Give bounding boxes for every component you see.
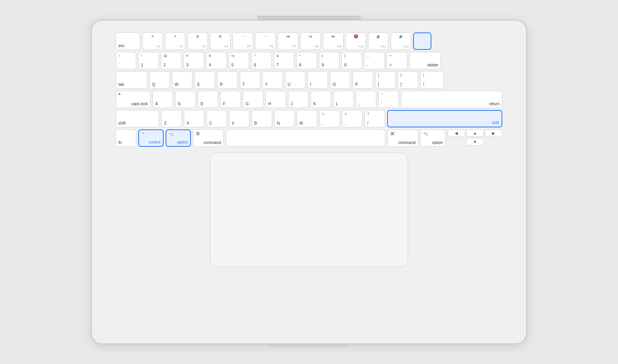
- p-key[interactable]: P: [353, 71, 373, 89]
- r-key[interactable]: R: [217, 71, 238, 89]
- l-key[interactable]: L: [333, 91, 354, 108]
- f8-key[interactable]: ⏯ F8: [300, 32, 321, 50]
- command-right-symbol-icon: ⌘: [390, 131, 395, 136]
- f10-key[interactable]: 🔇 F10: [345, 32, 366, 50]
- laptop-body: esc ☀ F1 ☀ F2 ⊞ F3 ⊞ F4 ⋯ F5: [91, 20, 527, 344]
- f11-key[interactable]: 🔉 F11: [368, 32, 389, 50]
- minus-key[interactable]: _ -: [364, 52, 385, 69]
- launchpad-icon: ⊞: [219, 34, 222, 38]
- x-key[interactable]: X: [184, 110, 204, 127]
- 1-key[interactable]: ! 1: [138, 52, 159, 69]
- laptop-hinge: [258, 16, 360, 20]
- 8-key[interactable]: * 8: [296, 52, 317, 69]
- backslash-key[interactable]: | \: [420, 71, 444, 89]
- period-key[interactable]: > .: [342, 110, 362, 127]
- option-right-key[interactable]: ⌥ option: [420, 129, 446, 147]
- 0-key[interactable]: ) 0: [341, 52, 362, 69]
- shift-right-key[interactable]: shift: [387, 110, 502, 127]
- comma-key[interactable]: < ,: [319, 110, 340, 127]
- n-key[interactable]: N: [274, 110, 295, 127]
- arrow-lr-row: ◀ ▲ ▼ ▶: [448, 129, 502, 146]
- option-symbol-icon: ⌥: [169, 132, 174, 137]
- f12-key[interactable]: 🔊 F12: [391, 32, 411, 50]
- command-left-key[interactable]: ⌘ command: [193, 129, 224, 147]
- keyboard-backlight-up-icon: ⋯: [264, 34, 267, 38]
- z-key[interactable]: Z: [161, 110, 182, 127]
- 2-key[interactable]: @ 2: [161, 52, 181, 69]
- j-key[interactable]: J: [288, 91, 309, 108]
- fn-key-row: esc ☀ F1 ☀ F2 ⊞ F3 ⊞ F4 ⋯ F5: [116, 32, 502, 50]
- 3-key[interactable]: # 3: [183, 52, 204, 69]
- return-key[interactable]: return: [401, 91, 502, 108]
- q-key[interactable]: Q: [149, 71, 170, 89]
- 5-key[interactable]: % 5: [229, 52, 249, 69]
- shift-left-key[interactable]: shift: [116, 110, 159, 127]
- backtick-key[interactable]: ~ `: [116, 52, 136, 69]
- k-key[interactable]: K: [311, 91, 331, 108]
- i-key[interactable]: I: [307, 71, 328, 89]
- qwerty-row: tab Q W E R T Y U I O P { [ } ] | \: [116, 71, 502, 89]
- laptop-bottom-bar: [269, 344, 349, 347]
- caps-lock-indicator: [118, 93, 120, 95]
- 9-key[interactable]: ( 9: [319, 52, 340, 69]
- a-key[interactable]: A: [153, 91, 173, 108]
- f-key[interactable]: F: [220, 91, 241, 108]
- arrow-left-key[interactable]: ◀: [448, 129, 465, 137]
- e-key[interactable]: E: [195, 71, 215, 89]
- zxcv-row: shift Z X C V B N M < , > . ? / shift: [116, 110, 502, 127]
- t-key[interactable]: T: [240, 71, 260, 89]
- w-key[interactable]: W: [172, 71, 193, 89]
- o-key[interactable]: O: [330, 71, 351, 89]
- f3-key[interactable]: ⊞ F3: [187, 32, 208, 50]
- 6-key[interactable]: ^ 6: [251, 52, 272, 69]
- brightness-high-icon: ☀: [174, 34, 177, 38]
- f9-key[interactable]: ⏭ F9: [323, 32, 343, 50]
- caps-lock-key[interactable]: caps lock: [116, 91, 151, 108]
- control-key[interactable]: ⌃ control: [138, 129, 164, 147]
- command-symbol-icon: ⌘: [196, 131, 200, 136]
- arrow-down-key[interactable]: ▼: [466, 138, 484, 146]
- trackpad[interactable]: [210, 152, 408, 267]
- fn-key[interactable]: fn: [116, 129, 136, 147]
- tab-key[interactable]: tab: [116, 71, 147, 89]
- f7-key[interactable]: ⏮ F7: [278, 32, 298, 50]
- equals-key[interactable]: + =: [387, 52, 407, 69]
- arrow-right-key[interactable]: ▶: [485, 129, 502, 137]
- f5-key[interactable]: ⋯ F5: [233, 32, 253, 50]
- command-right-key[interactable]: ⌘ command: [387, 129, 418, 147]
- u-key[interactable]: U: [285, 71, 305, 89]
- d-key[interactable]: D: [198, 91, 218, 108]
- space-key[interactable]: [226, 129, 385, 147]
- semicolon-key[interactable]: : ;: [356, 91, 376, 108]
- f6-key[interactable]: ⋯ F6: [255, 32, 276, 50]
- v-key[interactable]: V: [229, 110, 250, 127]
- g-key[interactable]: G: [243, 91, 263, 108]
- open-bracket-key[interactable]: { [: [375, 71, 396, 89]
- option-left-key[interactable]: ⌥ option: [166, 129, 191, 147]
- 4-key[interactable]: $ 4: [206, 52, 227, 69]
- b-key[interactable]: B: [252, 110, 272, 127]
- m-key[interactable]: M: [297, 110, 317, 127]
- slash-key[interactable]: ? /: [364, 110, 385, 127]
- s-key[interactable]: S: [175, 91, 196, 108]
- close-bracket-key[interactable]: } ]: [398, 71, 418, 89]
- arrow-cluster: ◀ ▲ ▼ ▶: [448, 129, 502, 147]
- fast-forward-icon: ⏭: [332, 34, 335, 38]
- keyboard-backlight-down-icon: ⋯: [241, 34, 245, 38]
- number-key-row: ~ ` ! 1 @ 2 # 3 $ 4 % 5: [116, 52, 502, 69]
- arrow-ud-column: ▲ ▼: [466, 129, 484, 146]
- 7-key[interactable]: & 7: [274, 52, 294, 69]
- power-key[interactable]: [413, 32, 431, 50]
- f1-key[interactable]: ☀ F1: [142, 32, 163, 50]
- y-key[interactable]: Y: [262, 71, 283, 89]
- delete-key[interactable]: delete: [409, 52, 441, 69]
- c-key[interactable]: C: [206, 110, 227, 127]
- keyboard-area: esc ☀ F1 ☀ F2 ⊞ F3 ⊞ F4 ⋯ F5: [116, 32, 502, 147]
- f4-key[interactable]: ⊞ F4: [210, 32, 231, 50]
- quote-key[interactable]: " ': [378, 91, 399, 108]
- esc-key[interactable]: esc: [116, 32, 140, 50]
- arrow-up-key[interactable]: ▲: [466, 129, 484, 137]
- f2-key[interactable]: ☀ F2: [165, 32, 185, 50]
- volume-up-icon: 🔊: [399, 34, 403, 38]
- h-key[interactable]: H: [265, 91, 286, 108]
